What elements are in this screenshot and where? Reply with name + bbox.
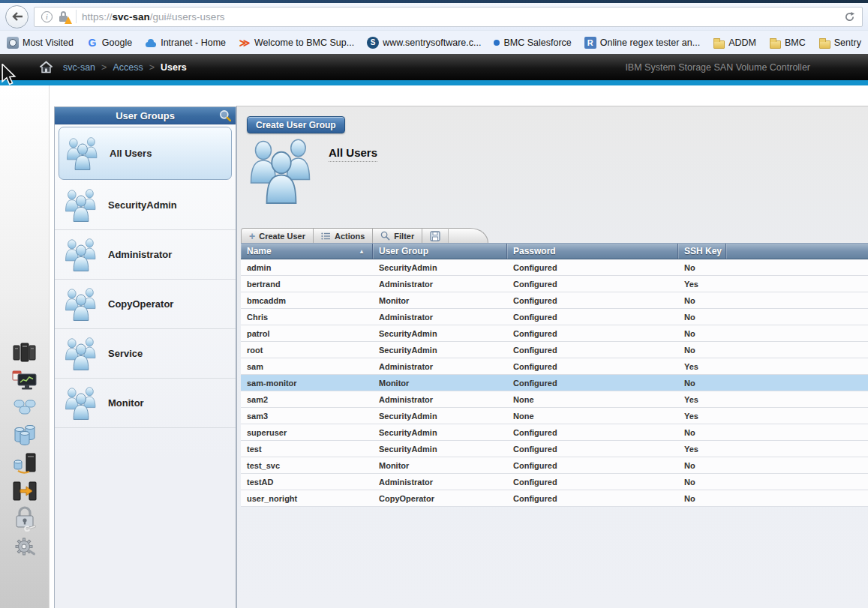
filter-button[interactable]: Filter xyxy=(372,228,422,244)
bookmark-label: Google xyxy=(102,37,132,48)
plus-icon: + xyxy=(249,231,255,241)
settings-gear-icon[interactable] xyxy=(10,534,40,559)
user-group-icon xyxy=(64,286,98,322)
folder-icon xyxy=(769,37,781,49)
url-text[interactable]: https://svc-san/gui#users-users xyxy=(82,11,225,22)
accent-stripe xyxy=(0,80,868,85)
table-row[interactable]: sam2 Administrator None Yes xyxy=(241,391,868,408)
bookmark-item[interactable]: Most Visited xyxy=(7,37,74,49)
table-row[interactable]: test SecurityAdmin Configured Yes xyxy=(241,441,868,457)
cell-user-group: SecurityAdmin xyxy=(373,263,507,272)
copy-services-icon[interactable] xyxy=(10,478,40,504)
google-icon xyxy=(86,37,98,49)
bookmark-item[interactable]: Google xyxy=(86,37,132,49)
panel-title: User Groups xyxy=(116,110,175,121)
bookmark-label: BMC Salesforce xyxy=(503,37,571,48)
pools-icon[interactable] xyxy=(10,395,40,421)
folder-icon xyxy=(713,37,725,49)
cell-password: None xyxy=(507,395,678,404)
cell-user-group: Administrator xyxy=(373,313,507,322)
folder-icon xyxy=(818,37,830,49)
address-bar[interactable]: i https://svc-san/gui#users-users xyxy=(34,7,863,27)
bookmark-item[interactable]: BMC xyxy=(769,37,806,49)
cell-password: None xyxy=(507,412,678,421)
breadcrumb-link-access[interactable]: Access xyxy=(113,62,143,73)
bookmark-item[interactable]: www.sentrysoftware.c... xyxy=(367,37,481,49)
system-rack-icon[interactable] xyxy=(10,340,40,365)
cell-ssh-key: Yes xyxy=(678,445,726,454)
column-header-filler xyxy=(726,244,868,259)
bookmark-item[interactable]: ADDM xyxy=(713,37,756,49)
cell-name: patrol xyxy=(241,329,373,338)
save-view-button[interactable] xyxy=(422,228,448,244)
create-user-button[interactable]: + Create User xyxy=(241,228,313,244)
actions-list-icon xyxy=(321,232,331,241)
cell-ssh-key: No xyxy=(678,313,726,322)
cell-password: Configured xyxy=(507,478,678,487)
column-header-name[interactable]: Name ▲ xyxy=(241,244,373,259)
performance-monitor-icon[interactable] xyxy=(10,367,40,393)
user-group-item[interactable]: Administrator xyxy=(55,230,236,280)
cell-ssh-key: No xyxy=(678,494,726,503)
bookmark-label: Most Visited xyxy=(23,37,74,48)
cell-name: admin xyxy=(241,263,373,272)
bookmark-item[interactable]: Welcome to BMC Sup... xyxy=(239,37,354,49)
bookmark-item[interactable]: Intranet - Home xyxy=(145,37,226,49)
actions-button[interactable]: Actions xyxy=(313,228,372,244)
table-row[interactable]: sam-monitor Monitor Configured No xyxy=(241,375,868,391)
search-icon[interactable] xyxy=(219,109,231,121)
column-header-ssh-key[interactable]: SSH Key xyxy=(678,244,726,259)
table-header-row: Name ▲ User Group Password SSH Key xyxy=(241,243,868,259)
bookmark-item[interactable]: BMC Salesforce xyxy=(494,37,571,48)
bookmark-item[interactable]: Sentry xyxy=(818,37,861,49)
cell-user-group: Administrator xyxy=(373,478,507,487)
user-group-item[interactable]: CopyOperator xyxy=(55,280,236,329)
table-row[interactable]: Chris Administrator Configured No xyxy=(241,309,868,325)
cell-name: user_noright xyxy=(241,494,373,503)
home-icon[interactable] xyxy=(39,61,53,73)
user-group-item[interactable]: SecurityAdmin xyxy=(55,181,236,230)
bookmark-item[interactable]: Online regex tester an... xyxy=(584,37,700,49)
user-group-item[interactable]: Monitor xyxy=(55,379,236,428)
table-row[interactable]: sam Administrator Configured Yes xyxy=(241,358,868,375)
table-row[interactable]: superuser SecurityAdmin Configured No xyxy=(241,424,868,441)
breadcrumb-link-svc-san[interactable]: svc-san xyxy=(63,62,95,73)
sentry-globe-icon xyxy=(367,37,379,49)
volumes-icon[interactable] xyxy=(10,423,40,448)
user-group-list: All Users SecurityAdmin Administrator Co… xyxy=(55,127,236,428)
table-row[interactable]: sam3 SecurityAdmin None Yes xyxy=(241,408,868,424)
table-row[interactable]: testAD Administrator Configured No xyxy=(241,474,868,490)
hosts-icon[interactable] xyxy=(10,451,40,476)
table-row[interactable]: bmcaddm Monitor Configured No xyxy=(241,292,868,309)
regex-icon xyxy=(584,37,596,49)
insecure-lock-icon[interactable] xyxy=(58,10,71,23)
table-row[interactable]: admin SecurityAdmin Configured No xyxy=(241,259,868,276)
cell-ssh-key: No xyxy=(678,428,726,437)
table-row[interactable]: test_svc Monitor Configured No xyxy=(241,457,868,474)
user-group-item[interactable]: All Users xyxy=(59,127,232,180)
cell-name: testAD xyxy=(241,478,373,487)
reload-button[interactable] xyxy=(844,11,855,22)
column-header-password[interactable]: Password xyxy=(507,244,678,259)
cell-ssh-key: No xyxy=(678,263,726,272)
all-users-group-icon xyxy=(248,136,315,208)
cell-password: Configured xyxy=(507,445,678,454)
create-user-group-button[interactable]: Create User Group xyxy=(247,116,345,133)
page-info-icon[interactable]: i xyxy=(41,11,53,22)
table-row[interactable]: root SecurityAdmin Configured No xyxy=(241,342,868,358)
reload-icon xyxy=(844,11,855,22)
table-row[interactable]: bertrand Administrator Configured Yes xyxy=(241,276,868,292)
bookmarks-toolbar: Most Visited Google Intranet - Home Welc… xyxy=(0,31,868,54)
cell-user-group: SecurityAdmin xyxy=(373,428,507,437)
column-header-user-group[interactable]: User Group xyxy=(373,244,507,259)
access-lock-icon[interactable] xyxy=(10,506,40,532)
cell-ssh-key: No xyxy=(678,379,726,388)
table-row[interactable]: patrol SecurityAdmin Configured No xyxy=(241,325,868,342)
user-group-item[interactable]: Service xyxy=(55,329,236,379)
user-group-icon xyxy=(64,336,98,371)
cell-name: root xyxy=(241,346,373,355)
table-row[interactable]: user_noright CopyOperator Configured No xyxy=(241,490,868,507)
back-button[interactable] xyxy=(5,5,29,28)
warning-triangle-icon xyxy=(65,16,72,24)
browser-navigation-bar: i https://svc-san/gui#users-users xyxy=(0,3,868,31)
